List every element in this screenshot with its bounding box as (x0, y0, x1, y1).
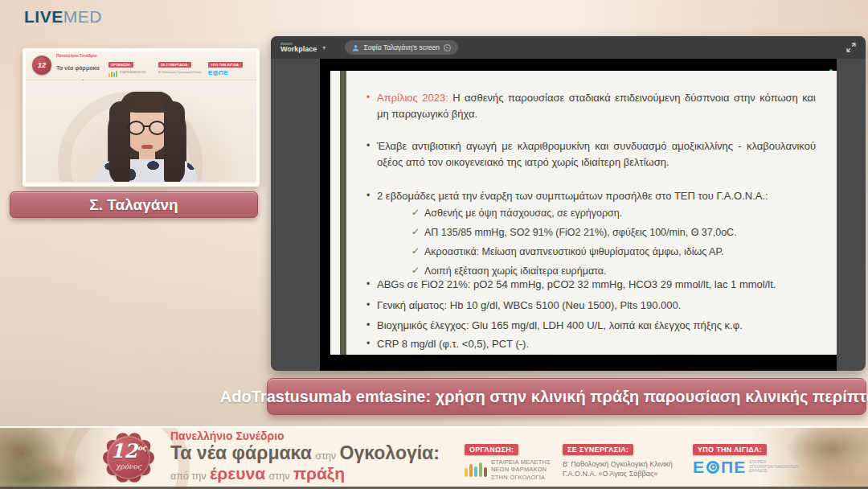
speaker-lips (141, 145, 153, 149)
bullet-icon: • (366, 188, 370, 203)
mini-sponsor-badges: ΟΡΓΑΝΩΣΗ: ΕΤΑΙΡΕΙΑ ΜΕΛΕΤΗΣ ΣΕ ΣΥΝΕΡΓΑΣΙΑ… (108, 55, 252, 77)
slide-check-1: ✓Ασθενής με όψη πάσχουσας, σε εγρήγορση. (424, 207, 809, 220)
fullscreen-button[interactable] (846, 43, 856, 52)
presentation-slide: •Απρίλιος 2023: Η ασθενής παρουσίασε στα… (330, 71, 837, 355)
mini-org-label: ΟΡΓΑΝΩΣΗ: (108, 62, 133, 68)
slide-bullet-4: •ABGs σε FiO2 21%: pO2 54 mmHg, pCO2 32 … (377, 277, 816, 293)
slide-check-4: ✓Λοιπή εξέταση χωρίς ιδιαίτερα ευρήματα. (424, 265, 809, 277)
slide-check-2: ✓ΑΠ 135/85 mmHg, SO2 91% (FiO2 21%), σφύ… (424, 226, 809, 239)
eope-logo: ΕΠΕ ΕΤΑΙΡΕΙΑ ΟΓΚΟΛΟΓΩΝ ΠΑΘΟΛΟΓΩΝ ΕΛΛΑΔΟΣ (693, 458, 799, 475)
bullet-icon: • (366, 277, 370, 292)
mini-title-main: Τα νέα φάρμακα (56, 65, 100, 71)
livemed-logo-med: MED (63, 7, 102, 26)
bullet-6-text: Βιοχημικός έλεγχος: Glu 165 mg/dl, LDH 4… (377, 319, 743, 331)
screen: LIVEMED 12 Πανελλήνιο Συνέδριο Τα νέα φά… (0, 0, 868, 489)
mini-collab-name: Β' Παθολογική Ογκολογική Κλινική (158, 71, 201, 74)
mini-eope-logo: Ε◎ΠΕ (208, 69, 252, 76)
organizer-name: ΕΤΑΙΡΕΙΑ ΜΕΛΕΤΗΣ ΝΕΩΝ ΦΑΡΜΑΚΩΝ ΣΤΗΝ ΟΓΚΟ… (491, 458, 551, 481)
tab-status-icon[interactable] (444, 44, 451, 51)
bullet-5-text: Γενική αίματος: Hb 10 g/dl, WBCs 5100 (N… (377, 299, 681, 311)
mini-org-column: ΟΡΓΑΝΩΣΗ: ΕΤΑΙΡΕΙΑ ΜΕΛΕΤΗΣ (108, 55, 152, 77)
check-icon: ✓ (411, 245, 420, 258)
eope-subtext: ΕΤΑΙΡΕΙΑ ΟΓΚΟΛΟΓΩΝ ΠΑΘΟΛΟΓΩΝ ΕΛΛΑΔΟΣ (749, 460, 798, 474)
bullet-2-text: Έλαβε αντιβιοτική αγωγή με κλαριθρομυκίν… (377, 140, 816, 168)
zoom-titlebar: zoom Workplace ▾ Σοφία Ταλαγάνη's screen (271, 36, 866, 59)
check-icon: ✓ (411, 226, 420, 239)
conference-title-line2: από την έρευνα στην πράξη (170, 464, 440, 483)
speaker-webcam-card: 12 Πανελλήνιο Συνέδριο Τα νέα φάρμακα στ… (23, 48, 260, 187)
seal-year-label: χρόνος (104, 462, 153, 471)
livemed-logo: LIVEMED (24, 7, 102, 27)
slide-bullet-3: •2 εβδομάδες μετά την έναρξη των συμπτωμ… (377, 188, 816, 204)
session-title-bar: AdoTrastusumab emtasine: χρήση στην κλιν… (267, 378, 866, 415)
mini-seal-number: 12 (38, 61, 46, 69)
anniversary-seal: 12ος χρόνος (104, 434, 153, 482)
organizer-block: ΟΡΓΑΝΩΣΗ: ΕΤΑΙΡΕΙΑ ΜΕΛΕΤΗΣ ΝΕΩΝ ΦΑΡΜΑΚΩΝ… (465, 441, 551, 481)
webcam-conference-banner: 12 Πανελλήνιο Συνέδριο Τα νέα φάρμακα στ… (26, 51, 256, 80)
speaker-hair-right (164, 101, 185, 182)
zoom-meeting-window: zoom Workplace ▾ Σοφία Ταλαγάνη's screen… (271, 36, 866, 371)
mini-anniversary-seal-icon: 12 (32, 55, 51, 75)
seal-number: 12ος (104, 442, 153, 461)
shared-screen-tab-label: Σοφία Ταλαγάνη's screen (363, 43, 440, 51)
mini-aegis-column: ΥΠΟ ΤΗΝ ΑΙΓΙΔΑ: Ε◎ΠΕ (208, 55, 252, 77)
collaboration-name: Β' Παθολογική Ογκολογική Κλινική Γ.Α.Ο.Ν… (563, 459, 673, 479)
check-icon: ✓ (411, 207, 420, 220)
speaker-name-plate: Σ. Ταλαγάνη (10, 191, 258, 218)
check-icon: ✓ (411, 265, 420, 277)
mini-collab-body: Β' Παθολογική Ογκολογική Κλινική (158, 71, 202, 74)
aegis-label-badge: ΥΠΟ ΤΗΝ ΑΙΓΙΔΑ: (693, 444, 767, 455)
livemed-logo-live: LIVE (24, 7, 63, 26)
mini-aegis-label: ΥΠΟ ΤΗΝ ΑΙΓΙΔΑ: (208, 62, 243, 68)
slide-bullet-1: •Απρίλιος 2023: Η ασθενής παρουσίασε στα… (377, 90, 816, 122)
conference-title-block: Πανελλήνιο Συνέδριο Τα νέα φάρμακα στην … (170, 430, 440, 483)
bullet-icon: • (366, 298, 370, 313)
conference-title-line1: Τα νέα φάρμακα στην Ογκολογία: (170, 443, 440, 463)
mini-collab-column: ΣΕ ΣΥΝΕΡΓΑΣΙΑ: Β' Παθολογική Ογκολογική … (158, 55, 202, 77)
speaker-glasses-left (128, 121, 145, 135)
organizer-label-badge: ΟΡΓΑΝΩΣΗ: (465, 444, 518, 455)
speaker-glasses-bridge (144, 125, 149, 127)
slide-bullet-6: •Βιοχημικός έλεγχος: Glu 165 mg/dl, LDH … (377, 318, 816, 334)
bullet-7-text: CRP 8 mg/dl (φ.τ. <0,5), PCT (-). (377, 338, 529, 350)
footer-artwork-left (0, 428, 121, 489)
bullet-icon: • (366, 90, 370, 105)
conference-pre-title: Πανελλήνιο Συνέδριο (170, 430, 440, 442)
mini-org-bars-icon (108, 71, 117, 77)
speaker-name: Σ. Ταλαγάνη (89, 196, 178, 214)
bullet-icon: • (366, 336, 370, 351)
mini-org-name: ΕΤΑΙΡΕΙΑ ΜΕΛΕΤΗΣ (120, 71, 146, 74)
speaker-glasses-right (149, 121, 166, 135)
speaker-video (26, 80, 256, 182)
bullet-4-text: ABGs σε FiO2 21%: pO2 54 mmHg, pCO2 32 m… (377, 278, 776, 290)
slide-bullet-7: •CRP 8 mg/dl (φ.τ. <0,5), PCT (-). (377, 336, 816, 352)
shared-screen-tab[interactable]: Σοφία Ταλαγάνη's screen (345, 40, 458, 55)
person-icon (352, 44, 359, 51)
mini-collab-label: ΣΕ ΣΥΝΕΡΓΑΣΙΑ: (158, 62, 191, 68)
zoom-app-name: zoom Workplace (280, 41, 317, 54)
slide-bullet-2: •Έλαβε αντιβιοτική αγωγή με κλαριθρομυκί… (377, 138, 816, 171)
bullet-icon: • (366, 318, 370, 333)
session-title-text: AdoTrastusumab emtasine: χρήση στην κλιν… (220, 388, 868, 406)
organizer-body: ΕΤΑΙΡΕΙΑ ΜΕΛΕΤΗΣ ΝΕΩΝ ΦΑΡΜΑΚΩΝ ΣΤΗΝ ΟΓΚΟ… (465, 458, 551, 481)
screen-share-area: •Απρίλιος 2023: Η ασθενής παρουσίασε στα… (320, 59, 837, 371)
speaker-hair-left (109, 101, 130, 182)
mini-org-body: ΕΤΑΙΡΕΙΑ ΜΕΛΕΤΗΣ (108, 71, 152, 77)
slide-check-3: ✓Ακροαστικά: Μείωση αναπνευστικού ψιθυρί… (424, 245, 809, 258)
aegis-block: ΥΠΟ ΤΗΝ ΑΙΓΙΔΑ: ΕΠΕ ΕΤΑΙΡΕΙΑ ΟΓΚΟΛΟΓΩΝ Π… (693, 441, 799, 475)
bullet-1-date: Απρίλιος 2023: (377, 92, 448, 104)
collaboration-block: ΣΕ ΣΥΝΕΡΓΑΣΙΑ: Β' Παθολογική Ογκολογική … (563, 441, 673, 479)
bullet-3-text: 2 εβδομάδες μετά την έναρξη των συμπτωμά… (377, 190, 768, 202)
eope-spiral-icon (706, 461, 719, 474)
collaboration-label-badge: ΣΕ ΣΥΝΕΡΓΑΣΙΑ: (563, 444, 633, 455)
slide-bullet-5: •Γενική αίματος: Hb 10 g/dl, WBCs 5100 (… (377, 298, 816, 314)
organizer-bars-icon (465, 462, 487, 477)
bullet-icon: • (366, 138, 370, 154)
chevron-down-icon[interactable]: ▾ (322, 44, 326, 51)
slide-accent-stripe (340, 71, 346, 355)
